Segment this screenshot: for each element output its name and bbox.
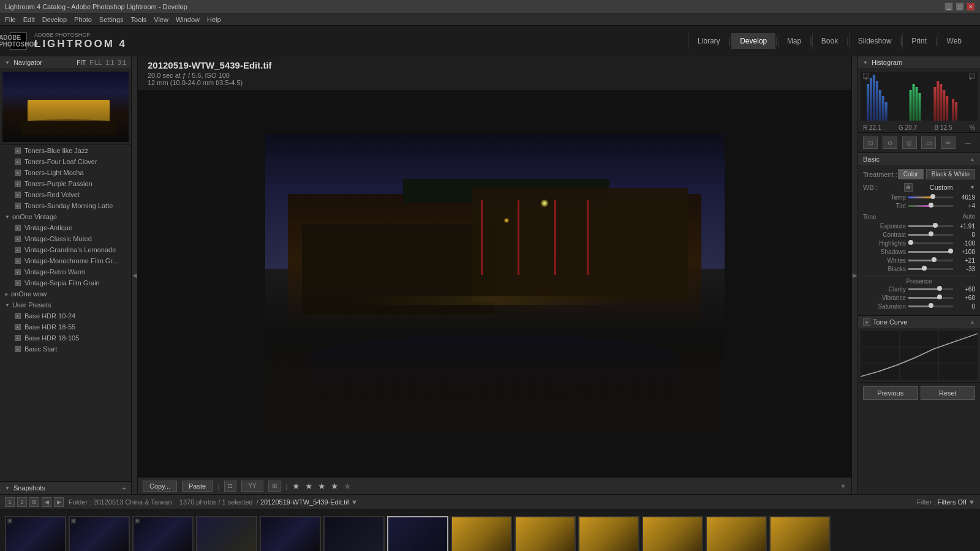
redeye-tool[interactable]: ◎: [902, 137, 917, 149]
zoom-fill[interactable]: FILL: [89, 59, 102, 66]
preset-vintage-mono[interactable]: ▪ Vintage-Monochrome Film Gr...: [0, 255, 131, 266]
clarity-slider[interactable]: [908, 288, 953, 290]
histogram-header[interactable]: ▼ Histogram: [858, 56, 980, 69]
film-thumb-7[interactable]: [387, 516, 448, 551]
nav-tab-map[interactable]: Map: [778, 33, 810, 49]
nav-tab-develop[interactable]: Develop: [731, 33, 775, 49]
menu-edit[interactable]: Edit: [23, 16, 35, 23]
collapse-right-panel[interactable]: ▶: [851, 56, 858, 494]
film-thumb-9[interactable]: [514, 516, 576, 551]
film-thumb-5[interactable]: [260, 516, 321, 551]
blacks-slider[interactable]: [908, 268, 953, 270]
menu-file[interactable]: File: [5, 16, 16, 23]
film-thumb-6[interactable]: [323, 516, 385, 551]
menu-tools[interactable]: Tools: [131, 16, 147, 23]
preset-vintage-grandma[interactable]: ▪ Vintage-Grandma's Lemonade: [0, 244, 131, 255]
star-2[interactable]: ★: [305, 481, 313, 491]
survey-view-btn[interactable]: ⊞: [268, 481, 281, 492]
maximize-btn[interactable]: □: [956, 2, 964, 11]
menu-view[interactable]: View: [154, 16, 168, 23]
star-5[interactable]: ★: [344, 481, 352, 491]
star-4[interactable]: ★: [331, 481, 339, 491]
nav-tab-book[interactable]: Book: [812, 33, 846, 49]
vibrance-slider[interactable]: [908, 297, 953, 299]
tone-curve-point-icon[interactable]: ●: [863, 318, 870, 326]
collapse-left-panel[interactable]: ◀: [132, 56, 138, 494]
nav-next-btn[interactable]: ▶: [54, 497, 64, 507]
menu-window[interactable]: Window: [176, 16, 200, 23]
preset-hdr-18-105[interactable]: ▪ Base HDR 18-105: [0, 332, 131, 343]
adjust-brush-tool[interactable]: ✏: [941, 137, 956, 149]
zoom-3-1[interactable]: 3:1: [118, 59, 126, 66]
auto-btn[interactable]: Auto: [962, 213, 975, 220]
preset-sunday-latte[interactable]: ▪ Toners-Sunday Morning Latte: [0, 200, 131, 211]
zoom-fit[interactable]: FIT: [77, 59, 86, 66]
preset-vintage-antique[interactable]: ▪ Vintage-Antique: [0, 222, 131, 233]
preset-red-velvet[interactable]: ▪ Toners-Red Velvet: [0, 189, 131, 200]
color-btn[interactable]: Color: [898, 169, 924, 179]
paste-button[interactable]: Paste: [182, 481, 213, 492]
temp-slider[interactable]: [908, 197, 953, 198]
film-thumb-2[interactable]: ✕: [69, 516, 130, 551]
spot-removal-tool[interactable]: ⊙: [883, 137, 897, 149]
nav-tab-print[interactable]: Print: [902, 33, 935, 49]
film-thumb-13[interactable]: [769, 516, 831, 551]
previous-button[interactable]: Previous: [863, 386, 918, 400]
crop-tool[interactable]: ⊡: [863, 137, 878, 149]
preset-vintage-retro[interactable]: ▪ Vintage-Retro Warm: [0, 266, 131, 277]
grad-filter-tool[interactable]: ▭: [921, 137, 936, 149]
group-user-presets[interactable]: ▼ User Presets: [0, 299, 131, 310]
tone-curve-header[interactable]: ● Tone Curve ▲: [858, 316, 980, 328]
group-onone-vintage[interactable]: ▼ onOne Vintage: [0, 211, 131, 222]
minimize-btn[interactable]: _: [944, 2, 953, 11]
filter-dropdown[interactable]: ▼: [968, 498, 975, 506]
menu-develop[interactable]: Develop: [42, 16, 67, 23]
nav-tab-library[interactable]: Library: [688, 33, 729, 49]
nav-prev-btn[interactable]: ◀: [42, 497, 51, 507]
whites-slider[interactable]: [908, 260, 953, 261]
zoom-1-1[interactable]: 1:1: [105, 59, 114, 66]
preset-vintage-classic-muted[interactable]: ▪ Vintage-Classic Muted: [0, 233, 131, 244]
preset-basic-start[interactable]: ▪ Basic Start: [0, 343, 131, 354]
shadow-clip-indicator[interactable]: ◀: [863, 73, 869, 79]
preset-four-leaf[interactable]: ▪ Toners-Four Leaf Clover: [0, 156, 131, 167]
basic-panel-header[interactable]: Basic ▲: [858, 153, 980, 165]
preset-hdr-10-24[interactable]: ▪ Base HDR 10-24: [0, 310, 131, 321]
copy-button[interactable]: Copy...: [143, 481, 177, 492]
tint-slider[interactable]: [908, 205, 953, 207]
saturation-slider[interactable]: [908, 305, 953, 307]
film-thumb-10[interactable]: [578, 516, 639, 551]
toolbar-expand-btn[interactable]: ▼: [840, 482, 846, 490]
film-thumb-12[interactable]: [706, 516, 767, 551]
grid-view-btn[interactable]: 1: [5, 497, 15, 507]
close-btn[interactable]: ✕: [967, 2, 975, 11]
preset-purple-passion[interactable]: ▪ Toners-Purple Passion: [0, 178, 131, 189]
film-thumb-1[interactable]: ✕: [5, 516, 66, 551]
highlight-clip-indicator[interactable]: ▶: [969, 73, 975, 79]
wb-picker[interactable]: ⊕: [904, 183, 913, 192]
contrast-slider[interactable]: [908, 234, 953, 236]
preset-vintage-sepia[interactable]: ▪ Vintage-Sepia Film Grain: [0, 277, 131, 288]
group-onone-wow[interactable]: ▶ onOne wow: [0, 288, 131, 299]
filter-value[interactable]: Filters Off: [938, 498, 967, 506]
navigator-header[interactable]: ▼ Navigator FIT FILL 1:1 3:1: [0, 56, 131, 69]
bw-btn[interactable]: Black & White: [926, 169, 975, 179]
preset-blue-jazz[interactable]: ▪ Toners-Blue like Jazz: [0, 145, 131, 156]
star-1[interactable]: ★: [292, 481, 300, 491]
exposure-slider[interactable]: [908, 225, 953, 227]
preset-hdr-18-55[interactable]: ▪ Base HDR 18-55: [0, 321, 131, 332]
highlights-slider[interactable]: [908, 242, 953, 244]
reset-button[interactable]: Reset: [921, 386, 976, 400]
survey-btn-filmstrip[interactable]: ⊞: [29, 497, 39, 507]
preset-light-mocha[interactable]: ▪ Toners-Light Mocha: [0, 167, 131, 178]
menu-help[interactable]: Help: [207, 16, 221, 23]
film-thumb-4[interactable]: [196, 516, 257, 551]
snapshots-header[interactable]: ▼ Snapshots +: [0, 482, 131, 494]
tone-curve-toggle[interactable]: ▲: [970, 319, 975, 325]
shadows-slider[interactable]: [908, 251, 953, 253]
wb-dropdown-arrow[interactable]: ▼: [970, 184, 975, 190]
menu-photo[interactable]: Photo: [74, 16, 92, 23]
file-dropdown[interactable]: ▼: [351, 498, 358, 506]
nav-tab-slideshow[interactable]: Slideshow: [849, 33, 900, 49]
nav-tab-web[interactable]: Web: [938, 33, 970, 49]
